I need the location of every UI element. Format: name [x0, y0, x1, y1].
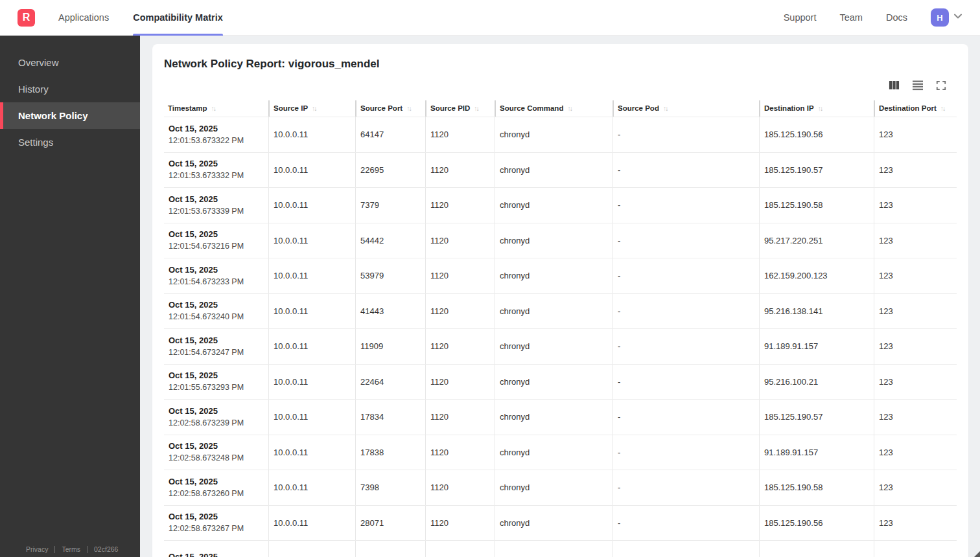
column-header-label: Destination Port — [879, 104, 937, 112]
cell-source_pod — [612, 541, 759, 557]
cell-source_ip: 10.0.0.11 — [268, 400, 355, 435]
cell-source_ip — [268, 541, 355, 557]
cell-source_pid: 1120 — [425, 470, 495, 505]
cell-destination_ip: 185.125.190.58 — [759, 188, 874, 223]
nav-link-docs[interactable]: Docs — [886, 12, 907, 23]
sidebar-item-network-policy[interactable]: Network Policy — [0, 102, 140, 129]
fullscreen-button[interactable] — [936, 80, 946, 93]
timestamp-time: 12:02:58.673260 PM — [169, 489, 244, 499]
sidebar-nav: OverviewHistoryNetwork PolicySettings — [0, 36, 140, 155]
fullscreen-icon — [936, 80, 946, 93]
top-navbar: R ApplicationsCompatibility Matrix Suppo… — [0, 0, 980, 36]
sort-icon[interactable]: ↑↓ — [406, 105, 412, 112]
cell-source_command: chronyd — [495, 329, 612, 364]
nav-tab-applications[interactable]: Applications — [58, 0, 109, 36]
cell-source_pod: - — [612, 365, 759, 400]
nav-link-team[interactable]: Team — [839, 12, 862, 23]
user-menu[interactable]: H — [931, 8, 963, 27]
cell-destination_ip: 185.125.190.57 — [759, 153, 874, 188]
timestamp-date: Oct 15, 2025 — [169, 441, 218, 451]
timestamp-time: 12:01:54.673216 PM — [169, 242, 244, 251]
cell-timestamp: Oct 15, 202512:01:54.673216 PM — [164, 223, 268, 258]
cell-source_command: chronyd — [495, 117, 612, 152]
cell-source_pid: 1120 — [425, 294, 495, 329]
column-header-source-pid[interactable]: Source PID↑↓ — [425, 100, 495, 117]
nav-tab-label: Compatibility Matrix — [133, 12, 223, 23]
nav-tab-compatibility-matrix[interactable]: Compatibility Matrix — [133, 0, 223, 36]
cell-timestamp: Oct 15, 202512:01:54.673233 PM — [164, 258, 268, 293]
column-header-source-port[interactable]: Source Port↑↓ — [355, 100, 425, 117]
main-content: Network Policy Report: vigorous_mendel T… — [140, 36, 980, 557]
rows-view-button[interactable] — [912, 80, 924, 93]
column-header-label: Source Port — [360, 104, 402, 112]
timestamp-time: 12:01:54.673240 PM — [169, 312, 244, 322]
cell-source_pod: - — [612, 400, 759, 435]
rows-icon — [912, 80, 924, 93]
sort-icon[interactable]: ↑↓ — [211, 105, 217, 112]
sort-icon[interactable]: ↑↓ — [312, 105, 318, 112]
app-logo[interactable]: R — [18, 9, 35, 27]
terms-link[interactable]: Terms — [62, 545, 80, 553]
cell-source_pid: 1120 — [425, 435, 495, 470]
cell-destination_ip: 91.189.91.157 — [759, 435, 874, 470]
sidebar-item-settings[interactable]: Settings — [0, 129, 140, 155]
table-row: Oct 15, 202512:02:58.673260 PM10.0.0.117… — [164, 470, 957, 506]
sidebar-item-history[interactable]: History — [0, 76, 140, 102]
table-row: Oct 15, 202512:01:53.673339 PM10.0.0.117… — [164, 188, 957, 223]
privacy-link[interactable]: Privacy — [26, 545, 48, 553]
cell-timestamp: Oct 15, 202512:01:53.673339 PM — [164, 188, 268, 223]
cell-source_ip: 10.0.0.11 — [268, 258, 355, 293]
cell-source_ip: 10.0.0.11 — [268, 294, 355, 329]
cell-destination_port: 123 — [874, 294, 957, 329]
cell-source_pid: 1120 — [425, 117, 495, 152]
cell-destination_port: 123 — [874, 329, 957, 364]
sort-icon[interactable]: ↑↓ — [567, 105, 573, 112]
sort-icon[interactable]: ↑↓ — [474, 105, 480, 112]
sidebar-item-overview[interactable]: Overview — [0, 49, 140, 76]
cell-source_pod: - — [612, 329, 759, 364]
table-toolbar — [164, 80, 957, 92]
cell-destination_ip: 185.125.190.57 — [759, 400, 874, 435]
timestamp-time: 12:02:58.673239 PM — [169, 418, 244, 428]
column-header-source-ip[interactable]: Source IP↑↓ — [268, 100, 355, 117]
cell-source_pid: 1120 — [425, 153, 495, 188]
cell-destination_ip: 162.159.200.123 — [759, 258, 874, 293]
sort-icon[interactable]: ↑↓ — [818, 105, 824, 112]
sort-icon[interactable]: ↑↓ — [663, 105, 669, 112]
timestamp-time: 12:01:55.673293 PM — [169, 383, 244, 392]
nav-link-support[interactable]: Support — [784, 12, 817, 23]
cell-destination_ip — [759, 541, 874, 557]
chevron-down-icon[interactable] — [953, 11, 963, 24]
avatar[interactable]: H — [931, 8, 949, 27]
cell-timestamp: Oct 15, 202512:01:55.673293 PM — [164, 365, 268, 400]
cell-source_command: chronyd — [495, 365, 612, 400]
columns-icon — [889, 80, 900, 93]
column-header-destination-ip[interactable]: Destination IP↑↓ — [759, 100, 874, 117]
version-label: 02cf266 — [94, 545, 118, 553]
cell-source_port: 53979 — [355, 258, 425, 293]
column-header-source-pod[interactable]: Source Pod↑↓ — [612, 100, 759, 117]
timestamp-time: 12:01:53.673339 PM — [169, 207, 244, 216]
cell-source_port: 17834 — [355, 400, 425, 435]
sort-icon[interactable]: ↑↓ — [940, 105, 946, 112]
column-header-timestamp[interactable]: Timestamp↑↓ — [164, 100, 268, 117]
table-row: Oct 15, 202512:02:58.673248 PM10.0.0.111… — [164, 435, 957, 471]
cell-source_pod: - — [612, 117, 759, 152]
cell-timestamp: Oct 15, 202512:02:58.673248 PM — [164, 435, 268, 470]
timestamp-time: 12:01:54.673233 PM — [169, 277, 244, 287]
table-row: Oct 15, 202512:01:54.673247 PM10.0.0.111… — [164, 329, 957, 365]
cell-destination_port — [874, 541, 957, 557]
column-header-label: Source Pod — [618, 104, 659, 112]
column-header-source-command[interactable]: Source Command↑↓ — [495, 100, 612, 117]
cell-destination_port: 123 — [874, 223, 957, 258]
column-header-label: Source PID — [430, 104, 470, 112]
cell-source_port: 64147 — [355, 117, 425, 152]
sidebar: OverviewHistoryNetwork PolicySettings Pr… — [0, 36, 140, 557]
timestamp-time: 12:01:54.673247 PM — [169, 348, 244, 358]
resize-grip[interactable] — [974, 551, 980, 557]
cell-destination_ip: 95.216.100.21 — [759, 365, 874, 400]
cell-destination_port: 123 — [874, 117, 957, 152]
column-header-destination-port[interactable]: Destination Port↑↓ — [874, 100, 957, 117]
columns-view-button[interactable] — [889, 80, 900, 93]
cell-destination_port: 123 — [874, 470, 957, 505]
